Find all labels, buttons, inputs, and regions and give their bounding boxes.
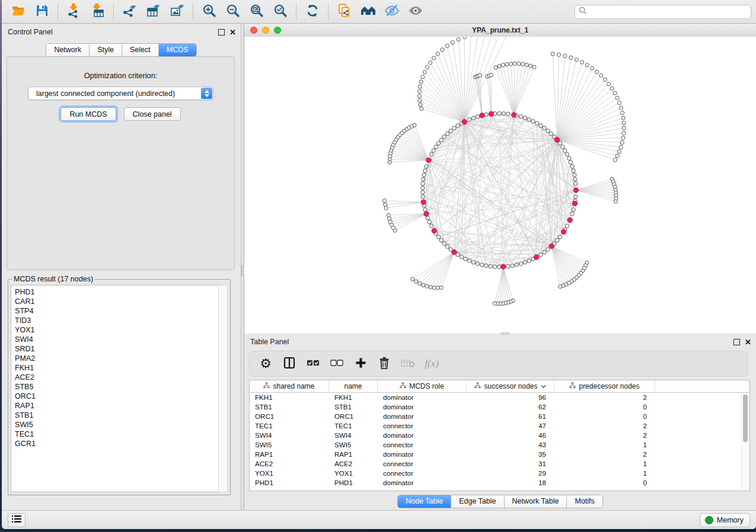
tab-select[interactable]: Select: [122, 44, 159, 56]
table-tab-network-table[interactable]: Network Table: [505, 495, 567, 508]
table-row[interactable]: ORC1ORC1dominator610: [250, 412, 749, 421]
table-tab-node-table[interactable]: Node Table: [398, 495, 451, 508]
close-panel-button[interactable]: Close panel: [124, 107, 181, 121]
first-neighbors-button[interactable]: [356, 2, 380, 22]
horizontal-splitter-grip[interactable]: [500, 332, 510, 335]
import-table-button[interactable]: [86, 2, 110, 22]
zoom-selected-button[interactable]: [269, 2, 292, 22]
select-all-button[interactable]: [304, 355, 322, 373]
cell: dominator: [378, 412, 467, 421]
table-row[interactable]: SWI5SWI5connector431: [250, 440, 749, 450]
result-node[interactable]: STB1: [15, 411, 219, 420]
function-builder-button[interactable]: f(x): [423, 355, 441, 373]
toolbar-separator: [296, 4, 297, 20]
result-node[interactable]: PMA2: [15, 354, 219, 363]
table-settings-button[interactable]: ⚙: [257, 355, 275, 373]
table-row[interactable]: PHD1PHD1dominator180: [250, 478, 749, 488]
attribute-icon: [400, 382, 406, 390]
column-header-name[interactable]: name: [329, 380, 378, 392]
result-node[interactable]: YOX1: [15, 325, 219, 335]
close-panel-icon[interactable]: ✕: [745, 339, 751, 345]
result-node[interactable]: STB5: [15, 382, 219, 392]
cell: ORC1: [329, 412, 378, 421]
network-titlebar[interactable]: YPA_prune.txt_1: [244, 24, 756, 37]
result-node[interactable]: TEC1: [15, 430, 219, 439]
mcds-tab-content: Optimization criterion: largest connecte…: [7, 56, 235, 270]
result-node[interactable]: ACE2: [15, 373, 219, 382]
table-row[interactable]: ACE2ACE2connector311: [250, 459, 749, 469]
deselect-all-button[interactable]: [328, 355, 346, 373]
import-network-button[interactable]: [62, 2, 86, 22]
table-row[interactable]: RAP1RAP1dominator352: [250, 450, 749, 459]
cell: SWI4: [329, 431, 378, 440]
hide-selected-button[interactable]: [380, 2, 404, 22]
table-row[interactable]: STB1STB1dominator620: [250, 402, 749, 412]
result-node[interactable]: SRD1: [15, 344, 219, 354]
add-column-button[interactable]: [352, 355, 369, 373]
optimization-value: largest connected component (undirected): [28, 89, 175, 98]
memory-button[interactable]: Memory: [700, 513, 750, 527]
task-history-button[interactable]: [8, 513, 25, 527]
main-toolbar: [2, 0, 756, 24]
column-header-predecessor-nodes[interactable]: predecessor nodes: [554, 380, 655, 392]
refresh-button[interactable]: [301, 2, 324, 22]
right-column: YPA_prune.txt_1 Table Panel ✕ ⚙: [244, 24, 756, 511]
result-node[interactable]: SWI4: [15, 335, 219, 344]
show-all-button[interactable]: [404, 2, 428, 22]
save-session-button[interactable]: [30, 2, 54, 22]
result-node[interactable]: TID3: [15, 316, 219, 325]
result-node[interactable]: PHD1: [15, 287, 219, 297]
result-node[interactable]: STP4: [15, 306, 219, 316]
show-columns-button[interactable]: [280, 355, 298, 373]
column-header-successor-nodes[interactable]: successor nodes: [467, 380, 554, 392]
sort-desc-icon: [541, 382, 546, 390]
tab-network[interactable]: Network: [46, 44, 90, 56]
open-file-button[interactable]: [7, 2, 30, 22]
cell: SWI4: [250, 431, 329, 440]
table-scrollbar-thumb[interactable]: [743, 395, 748, 442]
table-tab-motifs[interactable]: Motifs: [567, 495, 602, 508]
cell: ACE2: [250, 459, 329, 469]
tab-style[interactable]: Style: [90, 44, 122, 56]
delete-table-button[interactable]: [399, 355, 417, 373]
delete-column-button[interactable]: [375, 355, 393, 373]
column-header-MCDS-role[interactable]: MCDS role: [378, 380, 467, 392]
search-input[interactable]: [589, 7, 747, 17]
result-node[interactable]: FKH1: [15, 363, 219, 373]
table-row[interactable]: YOX1YOX1connector291: [250, 469, 749, 478]
cell: SWI5: [250, 440, 329, 450]
tab-mcds[interactable]: MCDS: [159, 44, 196, 56]
export-image-button[interactable]: [165, 2, 189, 22]
eye-icon: [408, 3, 423, 20]
column-header-shared-name[interactable]: shared name: [250, 380, 329, 392]
export-network-button[interactable]: [118, 2, 142, 22]
table-row[interactable]: SWI4SWI4dominator462: [250, 431, 749, 440]
float-panel-icon[interactable]: [218, 29, 225, 36]
zoom-in-button[interactable]: [197, 2, 221, 22]
optimization-select[interactable]: largest connected component (undirected): [28, 86, 213, 100]
result-node[interactable]: GCR1: [15, 439, 219, 448]
result-scrollbar[interactable]: [218, 285, 228, 492]
cell: FKH1: [250, 393, 329, 402]
share-network-button[interactable]: [333, 2, 356, 22]
export-table-button[interactable]: [142, 2, 165, 22]
run-mcds-button[interactable]: Run MCDS: [60, 107, 116, 121]
cell: dominator: [378, 402, 467, 412]
result-node[interactable]: ORC1: [15, 392, 219, 401]
zoom-out-button[interactable]: [221, 2, 245, 22]
result-node[interactable]: RAP1: [15, 401, 219, 411]
close-panel-icon[interactable]: ✕: [229, 30, 236, 35]
zoom-fit-button[interactable]: [245, 2, 269, 22]
result-node[interactable]: CAR1: [15, 297, 219, 306]
delete-table-icon: [401, 358, 415, 370]
cell: 96: [467, 393, 554, 402]
table-row[interactable]: TEC1TEC1connector472: [250, 421, 749, 431]
cell: ORC1: [250, 412, 329, 421]
float-panel-icon[interactable]: [733, 339, 740, 345]
table-scrollbar[interactable]: [741, 393, 749, 491]
table-tab-edge-table[interactable]: Edge Table: [451, 495, 504, 508]
table-row[interactable]: FKH1FKH1dominator962: [250, 393, 749, 402]
network-canvas[interactable]: [244, 37, 756, 334]
mcds-result-list[interactable]: PHD1CAR1STP4TID3YOX1SWI4SRD1PMA2FKH1ACE2…: [11, 285, 219, 492]
result-node[interactable]: SWI5: [15, 420, 219, 430]
